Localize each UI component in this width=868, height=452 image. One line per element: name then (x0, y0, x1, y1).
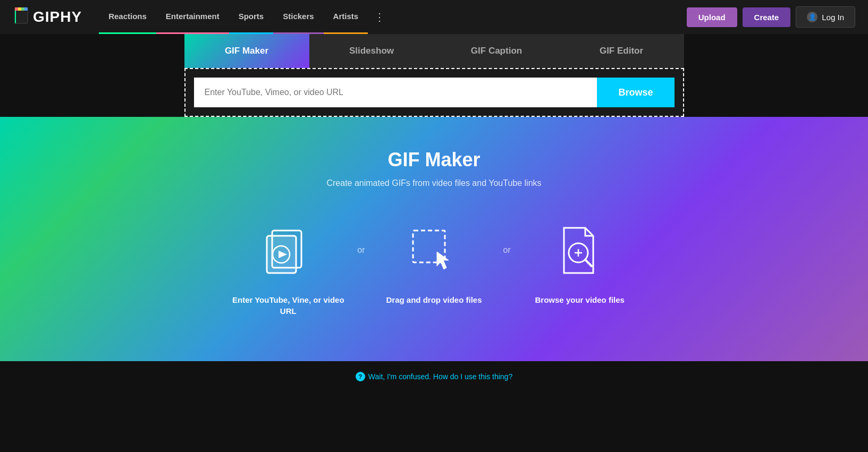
navbar: GIPHY Reactions Entertainment Sports Sti… (0, 0, 868, 34)
main-content: GIF Maker Slideshow GIF Caption GIF Edit… (174, 34, 695, 117)
or-text-2: or (503, 245, 511, 255)
hero-title: GIF Maker (11, 149, 857, 171)
logo[interactable]: GIPHY (13, 7, 82, 27)
svg-rect-6 (15, 11, 16, 23)
drag-drop-label: Drag and drop video files (386, 294, 482, 305)
url-input[interactable] (194, 78, 597, 107)
nav-stickers[interactable]: Stickers (273, 0, 323, 34)
create-button[interactable]: Create (743, 7, 791, 27)
nav-entertainment[interactable]: Entertainment (156, 0, 229, 34)
hero-subtitle: Create animated GIFs from video files an… (11, 178, 857, 188)
browse-files-label: Browse your video files (535, 294, 625, 305)
login-button[interactable]: 👤 Log In (796, 6, 855, 28)
hero-section: GIF Maker Create animated GIFs from vide… (0, 117, 868, 361)
feature-icons-row: Enter YouTube, Vine, or video URL or Dra… (11, 220, 857, 317)
nav-reactions[interactable]: Reactions (99, 0, 156, 34)
user-icon: 👤 (807, 12, 818, 22)
nav-more-icon[interactable]: ⋮ (368, 0, 391, 34)
svg-marker-12 (437, 252, 449, 269)
help-text: Wait, I'm confused. How do I use this th… (368, 372, 512, 381)
browse-button[interactable]: Browse (597, 78, 674, 107)
svg-rect-2 (15, 7, 18, 11)
nav-sports[interactable]: Sports (229, 0, 274, 34)
url-row: Browse (194, 78, 675, 107)
brand-name: GIPHY (33, 8, 82, 25)
video-url-icon (256, 220, 320, 284)
login-label: Log In (822, 13, 844, 22)
nav-actions: Upload Create 👤 Log In (687, 6, 855, 28)
drag-drop-icon (402, 220, 466, 284)
feature-drag-drop: Drag and drop video files (376, 220, 493, 305)
svg-rect-3 (18, 7, 21, 11)
svg-line-14 (585, 260, 592, 266)
upload-button[interactable]: Upload (687, 7, 737, 27)
footer-help: ? Wait, I'm confused. How do I use this … (0, 361, 868, 392)
feature-video-url: Enter YouTube, Vine, or video URL (230, 220, 347, 317)
browse-icon (548, 220, 612, 284)
feature-browse: Browse your video files (521, 220, 638, 305)
tab-gif-caption[interactable]: GIF Caption (434, 34, 559, 68)
tab-gif-maker[interactable]: GIF Maker (184, 34, 309, 68)
svg-rect-4 (21, 7, 24, 11)
help-link[interactable]: ? Wait, I'm confused. How do I use this … (356, 372, 512, 381)
tab-slideshow[interactable]: Slideshow (309, 34, 434, 68)
nav-artists[interactable]: Artists (324, 0, 368, 34)
nav-links: Reactions Entertainment Sports Stickers … (99, 0, 687, 34)
or-text-1: or (357, 245, 365, 255)
svg-rect-5 (24, 7, 28, 11)
tab-bar: GIF Maker Slideshow GIF Caption GIF Edit… (184, 34, 684, 68)
url-drop-area: Browse (184, 68, 684, 117)
tab-gif-editor[interactable]: GIF Editor (559, 34, 684, 68)
help-icon: ? (356, 372, 365, 381)
video-url-label: Enter YouTube, Vine, or video URL (230, 294, 347, 317)
